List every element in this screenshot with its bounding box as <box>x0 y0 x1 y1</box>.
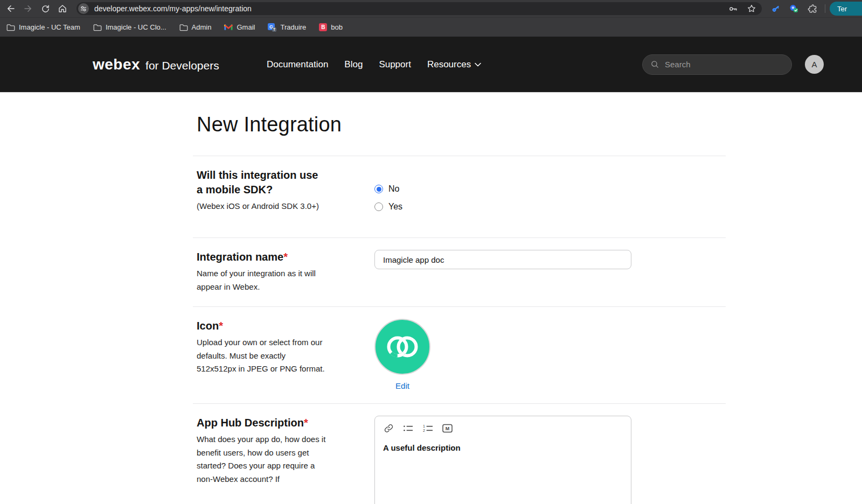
reload-button[interactable] <box>38 2 53 16</box>
forward-button[interactable] <box>20 2 36 16</box>
password-manager-button[interactable] <box>728 4 738 14</box>
radio-selected-icon[interactable] <box>374 185 383 193</box>
integration-name-title: Integration name* <box>197 250 326 264</box>
markdown-button[interactable]: M <box>442 424 453 433</box>
numbered-list-icon: 12 <box>422 424 433 433</box>
home-button[interactable] <box>55 2 70 16</box>
webex-logo[interactable]: webex for Developers <box>93 56 219 73</box>
bookmark-star-button[interactable] <box>747 4 756 13</box>
nav-resources[interactable]: Resources <box>427 59 481 70</box>
puzzle-icon <box>807 4 817 14</box>
bookmarks-bar: Imagicle - UC Team Imagicle - UC Clo... … <box>0 17 862 37</box>
profile-chip[interactable]: Ter <box>830 2 862 16</box>
key-icon <box>728 4 738 14</box>
required-asterisk: * <box>283 251 288 263</box>
avatar-letter: A <box>811 60 817 69</box>
browser-toolbar: developer.webex.com/my-apps/new/integrat… <box>0 0 862 17</box>
bullet-list-button[interactable] <box>403 424 413 433</box>
link-icon <box>384 423 394 433</box>
bullet-list-icon <box>403 424 413 433</box>
address-bar[interactable]: developer.webex.com/my-apps/new/integrat… <box>77 2 762 15</box>
logo-primary: webex <box>93 56 140 73</box>
integration-name-input[interactable] <box>374 250 631 269</box>
extension-logo-icon <box>789 3 800 14</box>
svg-text:2: 2 <box>423 429 425 433</box>
extensions-button[interactable] <box>807 4 817 14</box>
section-app-hub-description: App Hub Description* What does your app … <box>193 403 726 504</box>
folder-icon <box>93 23 102 32</box>
description-subtitle: What does your app do, how does it benef… <box>197 433 326 486</box>
icon-title: Icon* <box>197 319 326 333</box>
required-asterisk: * <box>219 320 223 332</box>
required-asterisk: * <box>304 417 308 429</box>
app-icon-preview[interactable] <box>374 319 430 375</box>
tune-icon <box>80 5 87 12</box>
main-nav: Documentation Blog Support Resources <box>267 59 481 70</box>
interlocking-circles-icon <box>385 333 420 360</box>
sdk-radio-no[interactable]: No <box>374 184 402 194</box>
bookmark-label: bob <box>331 23 343 31</box>
section-icon: Icon* Upload your own or select from our… <box>193 306 726 403</box>
editor-toolbar: 12 M <box>375 416 631 438</box>
folder-icon <box>179 23 188 32</box>
bookmark-imagicle-uc-cloud[interactable]: Imagicle - UC Clo... <box>93 23 166 32</box>
url-text[interactable]: developer.webex.com/my-apps/new/integrat… <box>94 4 728 13</box>
bookmark-gmail[interactable]: Gmail <box>224 23 255 32</box>
radio-label-no: No <box>388 184 399 194</box>
page-content: New Integration Will this integration us… <box>193 93 726 504</box>
sdk-question-title: Will this integration use a mobile SDK? <box>197 168 326 197</box>
bookmark-traduire[interactable]: GT Traduire <box>268 23 306 32</box>
link-button[interactable] <box>384 423 394 433</box>
star-icon <box>747 4 756 13</box>
bookmark-label: Imagicle - UC Clo... <box>106 23 166 31</box>
radio-label-yes: Yes <box>388 202 402 212</box>
markdown-icon: M <box>442 424 453 433</box>
nav-support[interactable]: Support <box>379 59 411 70</box>
site-info-button[interactable] <box>78 3 89 14</box>
bookmark-label: Gmail <box>237 23 255 31</box>
svg-text:M: M <box>446 426 449 431</box>
home-icon <box>58 4 67 13</box>
description-editor[interactable]: 12 M A useful description <box>374 416 631 504</box>
nav-blog[interactable]: Blog <box>344 59 363 70</box>
site-header: webex for Developers Documentation Blog … <box>0 37 862 93</box>
description-title: App Hub Description* <box>197 416 326 430</box>
back-button[interactable] <box>3 2 18 16</box>
svg-text:T: T <box>273 27 275 31</box>
sdk-radio-yes[interactable]: Yes <box>374 202 402 212</box>
toolbar-separator <box>825 4 825 13</box>
section-mobile-sdk: Will this integration use a mobile SDK? … <box>193 156 726 237</box>
folder-icon <box>6 23 15 32</box>
chevron-down-icon <box>475 62 481 67</box>
bookmark-imagicle-uc-team[interactable]: Imagicle - UC Team <box>6 23 80 32</box>
profile-chip-label: Ter <box>837 5 847 13</box>
numbered-list-button[interactable]: 12 <box>422 424 433 433</box>
sdk-question-subtitle: (Webex iOS or Android SDK 3.0+) <box>197 200 326 213</box>
icon-subtitle: Upload your own or select from our defau… <box>197 336 326 376</box>
letter-b-icon: B <box>319 23 327 31</box>
radio-unselected-icon[interactable] <box>374 202 383 211</box>
gmail-icon <box>224 23 233 32</box>
integration-name-subtitle: Name of your integration as it will appe… <box>197 267 326 293</box>
google-translate-icon: GT <box>268 23 276 32</box>
logo-secondary: for Developers <box>145 59 219 72</box>
sdk-radio-group: No Yes <box>374 168 402 212</box>
nav-documentation[interactable]: Documentation <box>267 59 328 70</box>
bookmark-admin[interactable]: Admin <box>179 23 212 32</box>
page-title: New Integration <box>193 93 726 156</box>
search-placeholder: Search <box>665 60 691 69</box>
blue-key-icon <box>770 3 781 14</box>
bookmark-bob[interactable]: B bob <box>319 23 343 31</box>
description-text[interactable]: A useful description <box>375 438 631 458</box>
password-extension-icon[interactable] <box>770 3 781 14</box>
edit-icon-link[interactable]: Edit <box>395 381 409 390</box>
search-icon <box>650 60 659 69</box>
webex-extension-icon[interactable] <box>789 3 800 14</box>
svg-text:1: 1 <box>423 424 425 429</box>
account-avatar[interactable]: A <box>805 55 824 74</box>
bookmark-label: Traduire <box>280 23 306 31</box>
reload-icon <box>41 4 50 13</box>
bookmark-label: Imagicle - UC Team <box>19 23 80 31</box>
header-search[interactable]: Search <box>642 54 792 75</box>
section-integration-name: Integration name* Name of your integrati… <box>193 237 726 306</box>
